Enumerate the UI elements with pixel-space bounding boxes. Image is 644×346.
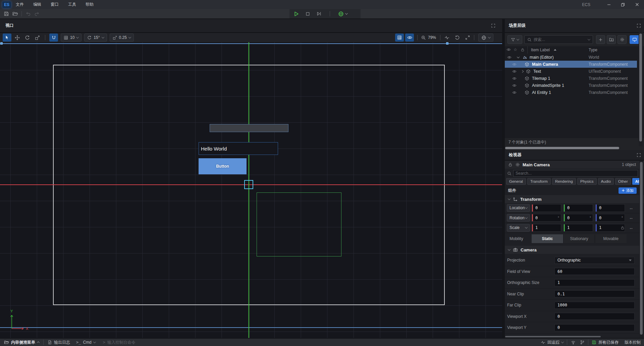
- reset-view-icon[interactable]: [455, 35, 460, 40]
- version-control-button[interactable]: 版本控制: [625, 340, 641, 345]
- location-y-field[interactable]: 0: [564, 204, 593, 212]
- move-tool-button[interactable]: [13, 34, 21, 42]
- hierarchy-scrollbar-thumb[interactable]: [639, 34, 642, 141]
- console-command-input[interactable]: > 输入控制台命令: [103, 340, 136, 345]
- hierarchy-scrollbar-track[interactable]: [639, 32, 643, 146]
- eye-column-icon[interactable]: [506, 48, 511, 51]
- add-entity-button[interactable]: [596, 35, 605, 44]
- viewport-x-field[interactable]: 0: [554, 313, 635, 320]
- rotation-y-field[interactable]: 0°: [564, 214, 593, 222]
- rotation-mode-dropdown[interactable]: Rotation: [507, 214, 530, 222]
- star-column-icon[interactable]: ☆: [514, 47, 517, 52]
- scale-x-field[interactable]: 1: [532, 224, 561, 232]
- add-component-button[interactable]: 添加: [619, 187, 637, 194]
- hierarchy-search-input[interactable]: [534, 37, 586, 42]
- select-tool-button[interactable]: [3, 34, 11, 42]
- field-of-view-field[interactable]: 60: [554, 268, 635, 275]
- inspector-search-input[interactable]: [516, 171, 636, 176]
- tab-transform[interactable]: Transform: [527, 178, 551, 185]
- type-column[interactable]: Type: [589, 48, 597, 52]
- mobility-movable[interactable]: Movable: [595, 234, 627, 243]
- tab-rendering[interactable]: Rendering: [552, 178, 576, 185]
- content-drawer-button[interactable]: 内容侧滑菜单: [4, 340, 39, 345]
- branch-icon[interactable]: [580, 340, 585, 345]
- add-folder-button[interactable]: [607, 35, 616, 44]
- lock-open-icon[interactable]: [508, 162, 513, 167]
- restore-button[interactable]: [616, 0, 630, 9]
- open-folder-icon[interactable]: [11, 10, 19, 18]
- uniform-scale-lock-icon[interactable]: [621, 226, 625, 230]
- link-axes-icon[interactable]: ↔: [629, 225, 633, 230]
- orthographic-size-field[interactable]: 1: [554, 279, 635, 286]
- lock-column-icon[interactable]: [521, 48, 525, 52]
- scale-mode-dropdown[interactable]: Scale: [507, 224, 530, 232]
- world-view-dropdown[interactable]: [478, 34, 493, 42]
- launch-target-dropdown[interactable]: [338, 11, 347, 17]
- hierarchy-row-animatedsprite[interactable]: AnimatedSprite 1 TransformComponent: [505, 82, 644, 89]
- scene-green-region[interactable]: [257, 192, 341, 256]
- inspector-scrollbar-track[interactable]: [639, 161, 643, 338]
- rotation-z-field[interactable]: 0°: [595, 214, 625, 222]
- scale-y-field[interactable]: 1: [564, 224, 593, 232]
- camera-section-header[interactable]: Camera: [505, 246, 644, 254]
- screen-view-button[interactable]: [630, 35, 640, 44]
- stop-icon[interactable]: [305, 11, 310, 16]
- eye-icon[interactable]: [507, 56, 512, 59]
- trace-dropdown[interactable]: 回追踪: [541, 340, 564, 345]
- cmd-dropdown[interactable]: >_ Cmd: [76, 340, 96, 345]
- scene-button-object[interactable]: Button: [199, 158, 247, 174]
- chevron-right-icon[interactable]: [521, 70, 524, 72]
- panel-expand-icon[interactable]: [637, 153, 641, 157]
- hierarchy-row-world[interactable]: main (Editor) World: [505, 54, 644, 61]
- close-button[interactable]: [630, 0, 644, 9]
- hierarchy-search[interactable]: [524, 35, 593, 44]
- far-clip-field[interactable]: 1000: [554, 302, 635, 309]
- filter-dropdown[interactable]: [507, 35, 522, 44]
- eye-icon[interactable]: [512, 91, 517, 94]
- panel-expand-icon[interactable]: [491, 23, 495, 28]
- hierarchy-row-ai-entity[interactable]: AI Entity 1 TransformComponent: [505, 89, 644, 96]
- stats-icon[interactable]: [444, 35, 449, 40]
- menu-tools[interactable]: 工具: [63, 0, 81, 9]
- tab-general[interactable]: General: [506, 178, 526, 185]
- tab-physics[interactable]: Physics: [577, 178, 597, 185]
- eye-icon[interactable]: [512, 84, 517, 87]
- scene-text-object[interactable]: Hello World: [199, 142, 278, 155]
- network-icon[interactable]: [571, 340, 576, 345]
- selected-camera-gizmo[interactable]: [244, 180, 253, 189]
- menu-edit[interactable]: 编辑: [29, 0, 46, 9]
- scale-tool-button[interactable]: [33, 34, 42, 42]
- tab-audio[interactable]: Audio: [598, 178, 614, 185]
- item-label-column[interactable]: Item Label: [531, 48, 550, 52]
- viewport-scene[interactable]: Hello World Button Y X: [0, 42, 502, 338]
- eye-icon[interactable]: [512, 77, 517, 80]
- mobility-static[interactable]: Static: [532, 234, 563, 243]
- output-log-button[interactable]: 输出日志: [48, 340, 70, 345]
- rotation-snap-dropdown[interactable]: 15°: [84, 34, 107, 42]
- ui-canvas-handle[interactable]: [0, 42, 3, 45]
- menu-window[interactable]: 窗口: [46, 0, 63, 9]
- visibility-button[interactable]: [405, 34, 414, 42]
- location-x-field[interactable]: 0: [532, 204, 561, 212]
- hierarchy-row-text[interactable]: Text UITextComponent: [505, 68, 644, 75]
- grid-snap-dropdown[interactable]: 10: [61, 34, 82, 42]
- menu-file[interactable]: 文件: [11, 0, 29, 9]
- projection-dropdown[interactable]: Orthographic: [554, 257, 635, 264]
- hierarchy-horizontal-scrollbar[interactable]: [505, 147, 619, 149]
- viewport-y-field[interactable]: 0: [554, 324, 635, 331]
- tab-other[interactable]: Other: [615, 178, 631, 185]
- chevron-down-icon[interactable]: [517, 55, 520, 58]
- minimize-button[interactable]: [602, 0, 616, 9]
- app-logo[interactable]: ES: [2, 1, 11, 8]
- mobility-stationary[interactable]: Stationary: [564, 234, 595, 243]
- snap-toggle-button[interactable]: [49, 34, 58, 42]
- location-mode-dropdown[interactable]: Location: [507, 204, 530, 212]
- inspector-scrollbar-thumb[interactable]: [640, 162, 643, 335]
- rotate-tool-button[interactable]: [23, 34, 32, 42]
- hierarchy-row-main-camera[interactable]: Main Camera TransformComponent: [505, 61, 637, 68]
- menu-help[interactable]: 帮助: [81, 0, 98, 9]
- show-grid-button[interactable]: [395, 34, 404, 42]
- link-axes-icon[interactable]: ↔: [629, 215, 633, 220]
- link-axes-icon[interactable]: ↔: [629, 206, 633, 211]
- hierarchy-settings-button[interactable]: [618, 35, 627, 44]
